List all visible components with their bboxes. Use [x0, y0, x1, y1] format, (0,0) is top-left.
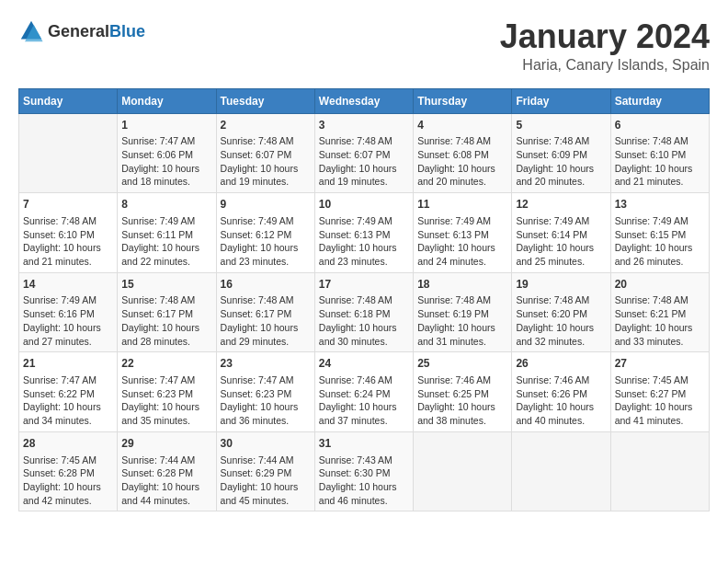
- calendar-cell: 1Sunrise: 7:47 AMSunset: 6:06 PMDaylight…: [118, 113, 216, 193]
- day-number: 29: [121, 436, 211, 452]
- day-info: Sunrise: 7:47 AM: [121, 134, 211, 148]
- calendar-cell: 19Sunrise: 7:48 AMSunset: 6:20 PMDayligh…: [512, 272, 610, 352]
- day-info: Sunset: 6:06 PM: [121, 148, 211, 162]
- logo: GeneralBlue: [18, 18, 145, 44]
- day-info: Sunrise: 7:48 AM: [121, 293, 211, 307]
- weekday-header-tuesday: Tuesday: [216, 88, 314, 113]
- day-info: Sunset: 6:19 PM: [417, 307, 507, 321]
- day-info: Daylight: 10 hours: [121, 480, 211, 494]
- day-info: Daylight: 10 hours: [417, 162, 507, 176]
- day-info: Daylight: 10 hours: [319, 162, 409, 176]
- day-info: Sunset: 6:10 PM: [615, 148, 705, 162]
- day-info: and 46 minutes.: [319, 494, 409, 508]
- day-info: and 18 minutes.: [121, 175, 211, 189]
- day-number: 5: [516, 118, 606, 133]
- day-number: 28: [23, 436, 113, 452]
- day-info: Sunrise: 7:48 AM: [516, 293, 606, 307]
- day-info: Daylight: 10 hours: [615, 162, 705, 176]
- day-info: Sunset: 6:29 PM: [221, 466, 311, 480]
- calendar-cell: [512, 431, 610, 511]
- day-info: and 21 minutes.: [615, 175, 705, 189]
- day-number: 21: [23, 356, 113, 372]
- day-info: Sunrise: 7:49 AM: [615, 214, 705, 228]
- day-info: Daylight: 10 hours: [516, 162, 606, 176]
- weekday-header-friday: Friday: [512, 88, 610, 113]
- calendar-cell: 9Sunrise: 7:49 AMSunset: 6:12 PMDaylight…: [216, 193, 314, 273]
- day-info: and 27 minutes.: [23, 335, 113, 349]
- calendar-cell: 26Sunrise: 7:46 AMSunset: 6:26 PMDayligh…: [512, 352, 610, 432]
- day-info: and 24 minutes.: [417, 255, 507, 269]
- day-info: Daylight: 10 hours: [23, 241, 113, 255]
- day-info: Sunrise: 7:49 AM: [516, 214, 606, 228]
- day-info: Daylight: 10 hours: [221, 400, 311, 414]
- day-number: 9: [221, 197, 311, 213]
- day-number: 16: [221, 277, 311, 293]
- day-info: Daylight: 10 hours: [319, 321, 409, 335]
- calendar-header: SundayMondayTuesdayWednesdayThursdayFrid…: [19, 88, 710, 113]
- calendar-cell: 27Sunrise: 7:45 AMSunset: 6:27 PMDayligh…: [610, 352, 709, 432]
- day-info: Sunset: 6:11 PM: [121, 228, 211, 242]
- day-info: and 31 minutes.: [417, 335, 507, 349]
- weekday-header-sunday: Sunday: [19, 88, 118, 113]
- day-info: Sunrise: 7:47 AM: [121, 373, 211, 387]
- day-info: Sunrise: 7:45 AM: [23, 454, 113, 467]
- day-info: Sunrise: 7:48 AM: [319, 134, 409, 148]
- day-info: Sunset: 6:17 PM: [121, 307, 211, 321]
- day-info: Daylight: 10 hours: [23, 321, 113, 335]
- weekday-header-wednesday: Wednesday: [314, 88, 413, 113]
- day-info: and 22 minutes.: [121, 255, 211, 269]
- day-info: Daylight: 10 hours: [319, 241, 409, 255]
- day-info: Daylight: 10 hours: [23, 480, 113, 494]
- day-number: 12: [516, 197, 606, 213]
- day-info: and 23 minutes.: [319, 255, 409, 269]
- day-info: Daylight: 10 hours: [221, 241, 311, 255]
- day-number: 6: [615, 118, 705, 133]
- day-info: and 29 minutes.: [221, 335, 311, 349]
- day-info: Daylight: 10 hours: [121, 400, 211, 414]
- day-info: Daylight: 10 hours: [221, 480, 311, 494]
- calendar-cell: 20Sunrise: 7:48 AMSunset: 6:21 PMDayligh…: [610, 272, 709, 352]
- day-info: Sunrise: 7:44 AM: [221, 454, 311, 467]
- day-info: and 21 minutes.: [23, 255, 113, 269]
- day-info: Sunrise: 7:46 AM: [417, 373, 507, 387]
- day-info: Sunset: 6:23 PM: [221, 387, 311, 401]
- calendar-week-2: 7Sunrise: 7:48 AMSunset: 6:10 PMDaylight…: [19, 193, 710, 273]
- day-number: 26: [516, 356, 606, 372]
- logo-text-general: General: [48, 22, 109, 40]
- calendar-week-1: 1Sunrise: 7:47 AMSunset: 6:06 PMDaylight…: [19, 113, 710, 193]
- page-header: GeneralBlue January 2024 Haria, Canary I…: [18, 18, 710, 74]
- calendar-body: 1Sunrise: 7:47 AMSunset: 6:06 PMDaylight…: [19, 113, 710, 511]
- day-info: Daylight: 10 hours: [121, 241, 211, 255]
- day-info: Sunrise: 7:49 AM: [23, 293, 113, 307]
- weekday-header-monday: Monday: [118, 88, 216, 113]
- calendar-week-5: 28Sunrise: 7:45 AMSunset: 6:28 PMDayligh…: [19, 431, 710, 511]
- day-info: and 34 minutes.: [23, 414, 113, 428]
- day-info: Sunrise: 7:48 AM: [516, 134, 606, 148]
- day-info: Sunrise: 7:48 AM: [615, 293, 705, 307]
- day-info: Sunrise: 7:48 AM: [23, 214, 113, 228]
- day-number: 1: [121, 118, 211, 133]
- day-info: Daylight: 10 hours: [221, 321, 311, 335]
- day-info: Sunset: 6:27 PM: [615, 387, 705, 401]
- calendar-cell: 30Sunrise: 7:44 AMSunset: 6:29 PMDayligh…: [216, 431, 314, 511]
- day-info: and 36 minutes.: [221, 414, 311, 428]
- day-info: Sunrise: 7:47 AM: [221, 373, 311, 387]
- calendar-table: SundayMondayTuesdayWednesdayThursdayFrid…: [18, 88, 710, 512]
- day-number: 23: [221, 356, 311, 372]
- day-info: Sunrise: 7:46 AM: [516, 373, 606, 387]
- calendar-cell: 17Sunrise: 7:48 AMSunset: 6:18 PMDayligh…: [314, 272, 413, 352]
- day-info: Sunset: 6:30 PM: [319, 466, 409, 480]
- day-info: Daylight: 10 hours: [23, 400, 113, 414]
- day-info: Sunset: 6:28 PM: [23, 466, 113, 480]
- day-number: 3: [319, 118, 409, 133]
- day-info: Sunrise: 7:49 AM: [417, 214, 507, 228]
- day-info: Sunset: 6:22 PM: [23, 387, 113, 401]
- calendar-cell: 23Sunrise: 7:47 AMSunset: 6:23 PMDayligh…: [216, 352, 314, 432]
- calendar-week-4: 21Sunrise: 7:47 AMSunset: 6:22 PMDayligh…: [19, 352, 710, 432]
- logo-text-blue: Blue: [109, 22, 145, 40]
- day-info: Sunrise: 7:46 AM: [319, 373, 409, 387]
- weekday-header-thursday: Thursday: [414, 88, 512, 113]
- day-number: 20: [615, 277, 705, 293]
- day-info: Daylight: 10 hours: [516, 321, 606, 335]
- day-info: Sunset: 6:07 PM: [221, 148, 311, 162]
